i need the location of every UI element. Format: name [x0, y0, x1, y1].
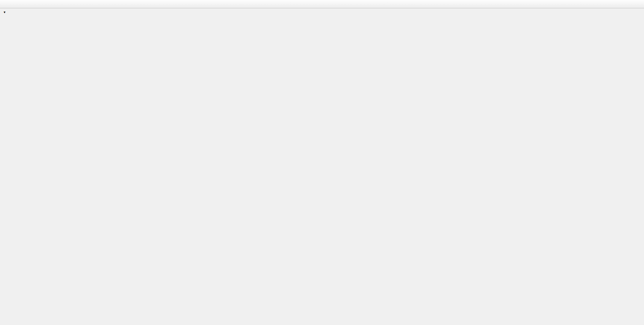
mt4-window: ▼: [0, 0, 644, 325]
chevron-down-icon[interactable]: ▼: [3, 11, 6, 14]
toolbar: [0, 0, 644, 8]
chart-title: ▼: [3, 10, 10, 15]
chart-canvas[interactable]: [0, 0, 644, 325]
